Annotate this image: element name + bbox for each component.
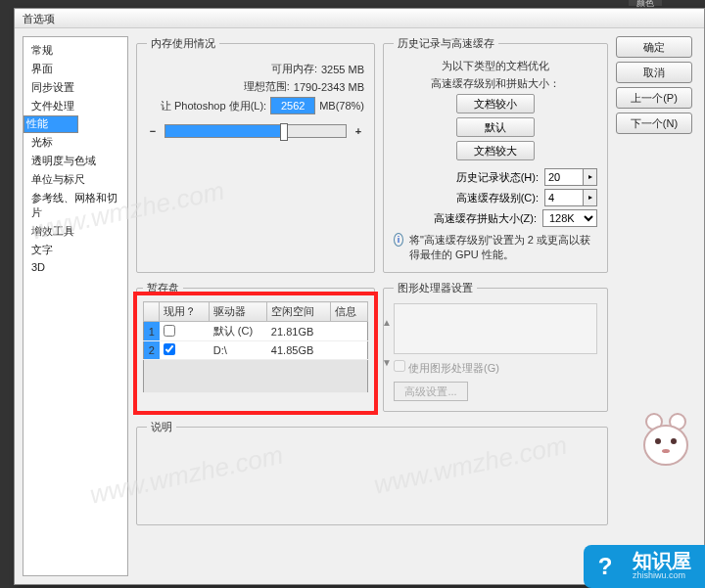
dialog-title: 首选项 [15, 9, 704, 28]
gpu-settings-group: 图形处理器设置 使用图形处理器(G) 高级设置... [383, 281, 608, 412]
badge-title: 知识屋 [633, 551, 691, 570]
memory-legend: 内存使用情况 [147, 36, 219, 51]
history-states-label: 历史记录状态(H): [456, 170, 539, 185]
slider-handle[interactable] [280, 123, 288, 141]
sidebar-item[interactable]: 文字 [24, 241, 127, 259]
stepper-icon[interactable]: ▸ [584, 189, 597, 206]
move-up-icon[interactable]: ▲ [382, 317, 392, 328]
svg-point-3 [655, 438, 661, 444]
available-label: 可用内存: [271, 62, 317, 76]
sidebar-item[interactable]: 光标 [24, 133, 127, 152]
table-row[interactable]: 1默认 (C)21.81GB [144, 322, 368, 341]
sidebar-item[interactable]: 3D [24, 259, 127, 275]
svg-point-5 [662, 449, 670, 453]
history-cache-group: 历史记录与高速缓存 为以下类型的文档优化 高速缓存级别和拼贴大小： 文档较小 默… [383, 36, 608, 273]
gpu-legend: 图形处理器设置 [394, 281, 477, 295]
col-drive: 驱动器 [210, 302, 267, 322]
slider-minus[interactable]: − [147, 125, 159, 137]
svg-point-2 [644, 426, 687, 465]
badge-icon: ? [584, 545, 627, 588]
active-checkbox[interactable] [164, 343, 175, 355]
mascot-icon [634, 408, 697, 471]
cache-tile-label: 高速缓存拼贴大小(Z): [434, 211, 537, 226]
cache-tile-select[interactable]: 128K [542, 209, 597, 227]
history-states-input[interactable] [544, 168, 584, 186]
doc-big-button[interactable]: 文档较大 [456, 141, 535, 160]
ok-button[interactable]: 确定 [616, 36, 692, 58]
cache-levels-label: 高速缓存级别(C): [456, 191, 539, 205]
sidebar-item[interactable]: 性能 [24, 115, 78, 133]
badge-sub: zhishiwu.com [633, 570, 691, 580]
optimize-tip2: 高速缓存级别和拼贴大小： [394, 76, 597, 90]
sidebar-item[interactable]: 参考线、网格和切片 [24, 189, 127, 222]
ideal-value: 1790-2343 MB [294, 81, 364, 93]
table-row[interactable]: 2D:\41.85GB [144, 341, 368, 360]
sidebar-item[interactable]: 透明度与色域 [24, 152, 127, 170]
desc-legend: 说明 [147, 420, 176, 434]
svg-point-4 [671, 438, 677, 444]
doc-default-button[interactable]: 默认 [456, 117, 535, 137]
memory-slider[interactable] [164, 124, 347, 138]
ps-use-label: 让 Photoshop 使用(L): [161, 99, 266, 113]
sidebar-item[interactable]: 增效工具 [24, 222, 127, 241]
sidebar-item[interactable]: 单位与标尺 [24, 170, 127, 189]
ps-use-suffix: MB(78%) [319, 100, 364, 112]
palette-tab[interactable]: 颜色 [629, 0, 662, 6]
cache-note: 将"高速缓存级别"设置为 2 或更高以获得最佳的 GPU 性能。 [409, 233, 597, 262]
memory-usage-group: 内存使用情况 可用内存:3255 MB 理想范围:1790-2343 MB 让 … [136, 36, 375, 273]
use-gpu-checkbox [394, 360, 405, 372]
sidebar-item[interactable]: 同步设置 [24, 78, 127, 97]
col-info: 信息 [331, 302, 368, 322]
preferences-dialog: 首选项 常规界面同步设置文件处理性能光标透明度与色域单位与标尺参考线、网格和切片… [14, 8, 705, 585]
gpu-advanced-button: 高级设置... [394, 382, 468, 401]
category-sidebar: 常规界面同步设置文件处理性能光标透明度与色域单位与标尺参考线、网格和切片增效工具… [23, 36, 128, 576]
history-legend: 历史记录与高速缓存 [394, 36, 498, 51]
move-down-icon[interactable]: ▼ [382, 357, 392, 368]
info-icon: i [394, 233, 403, 247]
available-value: 3255 MB [321, 64, 364, 75]
cache-levels-input[interactable] [544, 189, 584, 206]
scratch-legend: 暂存盘 [143, 281, 183, 295]
use-gpu-label: 使用图形处理器(G) [408, 362, 499, 374]
sidebar-item[interactable]: 常规 [24, 41, 127, 60]
prev-button[interactable]: 上一个(P) [616, 87, 692, 109]
col-free: 空闲空间 [267, 302, 331, 322]
col-active: 现用？ [160, 302, 210, 322]
slider-plus[interactable]: + [352, 125, 364, 137]
ps-use-input[interactable]: 2562 [270, 97, 315, 114]
scratch-disk-group: 暂存盘 现用？ 驱动器 空闲空间 信息 1默认 (C)21.81GB2D:\41… [136, 281, 375, 412]
doc-small-button[interactable]: 文档较小 [456, 94, 535, 113]
scratch-disk-table: 现用？ 驱动器 空闲空间 信息 1默认 (C)21.81GB2D:\41.85G… [143, 301, 368, 393]
sidebar-item[interactable]: 界面 [24, 60, 127, 78]
optimize-tip1: 为以下类型的文档优化 [394, 59, 597, 72]
description-group: 说明 [136, 420, 608, 525]
stepper-icon[interactable]: ▸ [584, 168, 597, 186]
ideal-label: 理想范围: [244, 79, 290, 94]
site-badge: ? 知识屋zhishiwu.com [584, 545, 705, 588]
sidebar-item[interactable]: 文件处理 [24, 97, 127, 115]
active-checkbox[interactable] [164, 325, 175, 337]
gpu-info-box [394, 303, 597, 354]
next-button[interactable]: 下一个(N) [616, 113, 692, 134]
cancel-button[interactable]: 取消 [616, 62, 692, 83]
